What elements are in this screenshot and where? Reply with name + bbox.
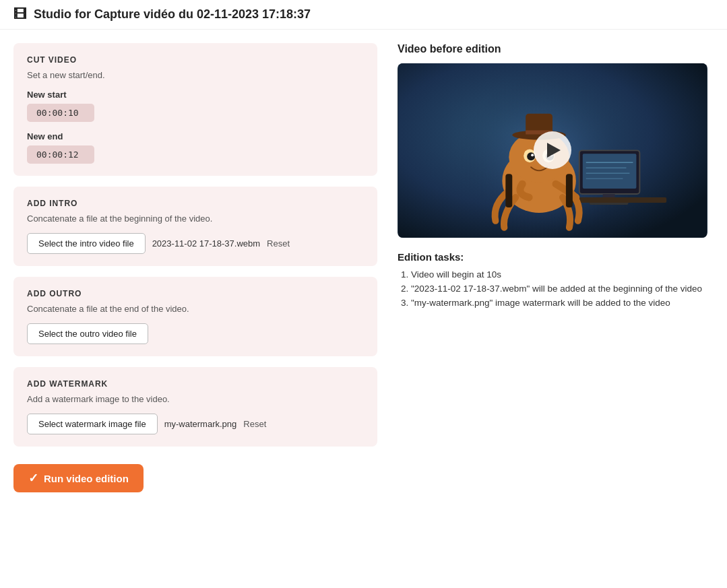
intro-file-name: 2023-11-02 17-18-37.webm: [152, 238, 260, 249]
video-before-label: Video before edition: [398, 43, 714, 55]
video-thumbnail: [398, 63, 707, 238]
add-outro-desc: Concatenate a file at the end of the vid…: [27, 304, 364, 314]
film-icon: 🎞: [13, 7, 27, 22]
svg-rect-6: [583, 154, 637, 189]
play-icon: [547, 143, 561, 158]
edition-task-item: "my-watermark.png" image watermark will …: [411, 298, 714, 308]
add-intro-section: ADD INTRO Concatenate a file at the begi…: [13, 187, 377, 266]
svg-point-21: [531, 154, 534, 156]
run-video-edition-button[interactable]: ✓ Run video edition: [13, 464, 144, 492]
edition-tasks-title: Edition tasks:: [398, 251, 714, 263]
new-end-label: New end: [27, 131, 364, 141]
run-check-icon: ✓: [28, 471, 38, 486]
select-outro-file-button[interactable]: Select the outro video file: [27, 323, 148, 344]
new-start-input[interactable]: [27, 104, 94, 122]
run-section: ✓ Run video edition: [13, 464, 377, 492]
add-intro-desc: Concatenate a file at the beginning of t…: [27, 214, 364, 224]
svg-rect-24: [566, 174, 573, 207]
cut-video-desc: Set a new start/end.: [27, 70, 364, 80]
app-header: 🎞 Studio for Capture vidéo du 02-11-2023…: [0, 0, 727, 30]
edition-tasks-list: Video will begin at 10s"2023-11-02 17-18…: [398, 269, 714, 308]
new-start-label: New start: [27, 90, 364, 100]
edition-task-item: "2023-11-02 17-18-37.webm" will be added…: [411, 284, 714, 294]
add-watermark-title: ADD WATERMARK: [27, 379, 364, 389]
add-outro-title: ADD OUTRO: [27, 289, 364, 298]
intro-reset-link[interactable]: Reset: [267, 238, 290, 249]
new-end-input[interactable]: [27, 145, 94, 164]
left-panel: CUT VIDEO Set a new start/end. New start…: [13, 43, 391, 570]
add-outro-section: ADD OUTRO Concatenate a file at the end …: [13, 277, 377, 356]
watermark-file-name: my-watermark.png: [164, 419, 237, 429]
watermark-reset-link[interactable]: Reset: [243, 419, 266, 429]
play-button[interactable]: [534, 131, 571, 169]
svg-rect-23: [505, 174, 512, 207]
cut-video-title: CUT VIDEO: [27, 55, 364, 65]
add-watermark-section: ADD WATERMARK Add a watermark image to t…: [13, 367, 377, 447]
outro-file-row: Select the outro video file: [27, 323, 364, 344]
right-panel: Video before edition: [391, 43, 714, 570]
cut-video-section: CUT VIDEO Set a new start/end. New start…: [13, 43, 377, 176]
add-intro-title: ADD INTRO: [27, 199, 364, 208]
watermark-file-row: Select watermark image file my-watermark…: [27, 414, 364, 434]
select-intro-file-button[interactable]: Select the intro video file: [27, 233, 146, 254]
select-watermark-file-button[interactable]: Select watermark image file: [27, 414, 158, 434]
app-title: Studio for Capture vidéo du 02-11-2023 1…: [34, 7, 311, 22]
add-watermark-desc: Add a watermark image to the video.: [27, 394, 364, 404]
run-button-label: Run video edition: [44, 473, 129, 484]
edition-task-item: Video will begin at 10s: [411, 269, 714, 280]
intro-file-row: Select the intro video file 2023-11-02 1…: [27, 233, 364, 254]
edition-tasks-section: Edition tasks: Video will begin at 10s"2…: [398, 251, 714, 308]
